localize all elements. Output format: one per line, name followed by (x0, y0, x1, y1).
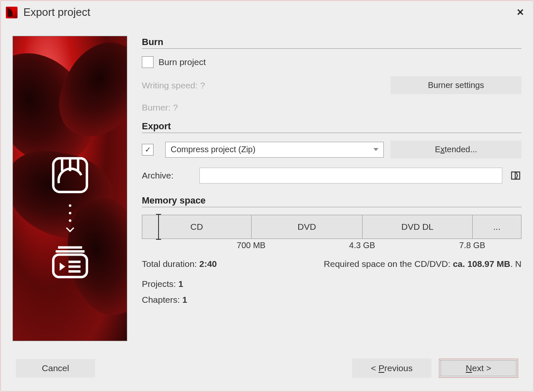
burn-project-label: Burn project (159, 57, 206, 67)
mem-label-cd: 700 MB (237, 241, 266, 250)
burner-label: Burner: ? (142, 103, 178, 113)
archive-input[interactable] (199, 168, 502, 183)
svg-marker-5 (60, 263, 65, 271)
memory-bar: CD DVD DVD DL ... (142, 215, 521, 239)
next-button[interactable]: Next > (439, 359, 518, 378)
usage-marker (158, 214, 159, 240)
app-icon (6, 7, 18, 18)
duration-value: 2:40 (199, 259, 217, 269)
export-format-value: Compress project (Zip) (171, 145, 255, 154)
burner-settings-button[interactable]: Burner settings (390, 76, 521, 94)
chapters-value: 1 (182, 295, 187, 304)
export-heading: Export (142, 121, 521, 133)
titlebar: Export project ✕ (1, 1, 533, 24)
browse-icon[interactable] (510, 170, 521, 181)
chapters-label: Chapters: (142, 295, 182, 304)
cancel-button[interactable]: Cancel (16, 359, 95, 377)
mem-label-dvd: 4.3 GB (349, 241, 375, 250)
svg-rect-9 (511, 172, 515, 179)
window-title: Export project (23, 6, 512, 19)
arrow-down-icon (67, 204, 73, 231)
chevron-down-icon (373, 148, 378, 151)
memory-seg-dvd: DVD (252, 215, 363, 239)
export-format-combo[interactable]: Compress project (Zip) (165, 142, 384, 158)
memory-seg-more[interactable]: ... (473, 215, 521, 239)
projects-value: 1 (179, 279, 184, 289)
duration-label: Total duration: (142, 259, 199, 269)
required-space: Required space on the CD/DVD: ca. 108.97… (324, 259, 521, 275)
disc-icon (50, 155, 90, 195)
memory-heading: Memory space (142, 195, 521, 207)
close-icon[interactable]: ✕ (512, 5, 528, 20)
projects-label: Projects: (142, 279, 179, 289)
main-panel: Burn Burn project Writing speed: ? Burne… (142, 36, 521, 341)
wizard-footer: Cancel < Previous Next > (16, 359, 518, 378)
export-project-dialog: Export project ✕ (0, 0, 534, 392)
memory-labels: 700 MB 4.3 GB 7.8 GB (142, 241, 521, 253)
playlist-icon (50, 240, 90, 280)
memory-seg-dvddl: DVD DL (363, 215, 473, 239)
wizard-sidebar-image (13, 36, 127, 341)
extended-button[interactable]: Extended... (390, 141, 521, 158)
mem-label-dvddl: 7.8 GB (459, 241, 485, 250)
archive-label: Archive: (142, 171, 192, 181)
burn-project-checkbox[interactable] (142, 56, 154, 68)
previous-button[interactable]: < Previous (352, 359, 431, 378)
compress-checkbox[interactable]: ✓ (142, 144, 154, 156)
writing-speed-label: Writing speed: ? (142, 80, 205, 90)
burn-heading: Burn (142, 37, 521, 49)
